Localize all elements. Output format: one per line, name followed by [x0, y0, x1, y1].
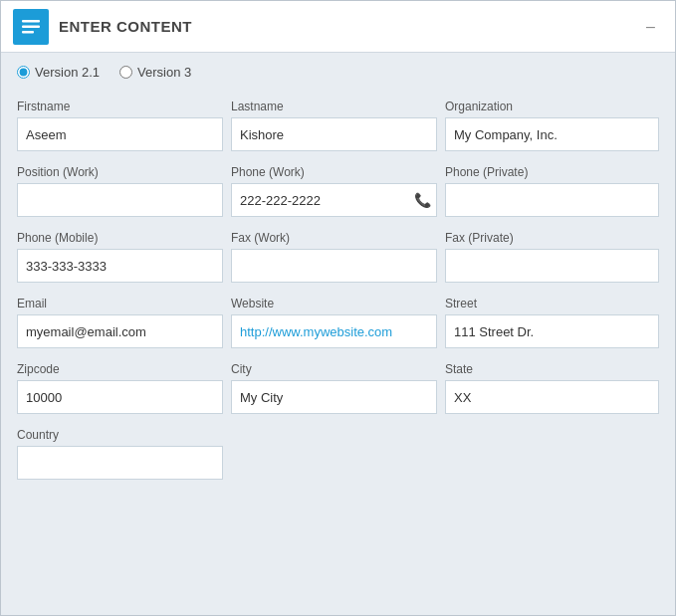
input-fax-private[interactable]	[445, 249, 659, 283]
enter-content-window: ENTER CONTENT – Version 2.1 Version 3 Fi…	[0, 0, 676, 616]
field-group-city: City	[231, 356, 445, 422]
input-phone-mobile[interactable]	[17, 249, 223, 283]
input-organization[interactable]	[445, 117, 659, 151]
field-group-zipcode: Zipcode	[17, 356, 231, 422]
field-group-website: Website	[231, 291, 445, 356]
field-group-lastname: Lastname	[231, 94, 445, 159]
version-3-option[interactable]: Version 3	[119, 65, 191, 80]
label-street: Street	[445, 297, 659, 310]
label-country: Country	[17, 428, 223, 442]
phone-icon[interactable]: 📞	[414, 192, 431, 208]
input-email[interactable]	[17, 314, 223, 348]
label-email: Email	[17, 297, 223, 310]
field-group-organization: Organization	[445, 94, 659, 159]
titlebar: ENTER CONTENT –	[1, 1, 675, 53]
input-phone-work[interactable]	[231, 183, 437, 217]
version-21-radio[interactable]	[17, 66, 30, 79]
label-website: Website	[231, 297, 437, 310]
input-country[interactable]	[17, 446, 223, 480]
input-website[interactable]	[231, 314, 437, 348]
version-21-option[interactable]: Version 2.1	[17, 65, 100, 80]
input-lastname[interactable]	[231, 117, 437, 151]
titlebar-left: ENTER CONTENT	[13, 9, 192, 45]
input-phone-private[interactable]	[445, 183, 659, 217]
version-21-label: Version 2.1	[35, 65, 100, 80]
label-position-work: Position (Work)	[17, 165, 223, 179]
label-state: State	[445, 362, 659, 376]
field-group-phone-work: Phone (Work) 📞	[231, 159, 445, 225]
field-group-position-work: Position (Work)	[17, 159, 231, 225]
form-content: Version 2.1 Version 3 Firstname Lastname…	[1, 53, 675, 615]
input-fax-work[interactable]	[231, 249, 437, 283]
window-title: ENTER CONTENT	[59, 18, 192, 35]
input-street[interactable]	[445, 314, 659, 348]
input-city[interactable]	[231, 380, 437, 414]
field-group-phone-private: Phone (Private)	[445, 159, 659, 225]
app-icon	[13, 9, 49, 45]
label-city: City	[231, 362, 437, 376]
field-group-state: State	[445, 356, 659, 422]
label-zipcode: Zipcode	[17, 362, 223, 376]
input-firstname[interactable]	[17, 117, 223, 151]
field-group-street: Street	[445, 291, 659, 356]
input-zipcode[interactable]	[17, 380, 223, 414]
field-group-phone-mobile: Phone (Mobile)	[17, 225, 231, 291]
label-lastname: Lastname	[231, 100, 437, 113]
version-3-label: Version 3	[137, 65, 191, 80]
field-group-fax-private: Fax (Private)	[445, 225, 659, 291]
field-group-country: Country	[17, 422, 231, 488]
form-grid: Firstname Lastname Organization Position…	[17, 94, 659, 488]
version-row: Version 2.1 Version 3	[17, 65, 659, 80]
label-phone-mobile: Phone (Mobile)	[17, 231, 223, 245]
field-group-fax-work: Fax (Work)	[231, 225, 445, 291]
label-phone-work: Phone (Work)	[231, 165, 437, 179]
field-group-email: Email	[17, 291, 231, 356]
input-position-work[interactable]	[17, 183, 223, 217]
field-group-firstname: Firstname	[17, 94, 231, 159]
label-fax-private: Fax (Private)	[445, 231, 659, 245]
label-phone-private: Phone (Private)	[445, 165, 659, 179]
version-3-radio[interactable]	[119, 66, 132, 79]
minimize-button[interactable]: –	[638, 14, 663, 40]
svg-rect-0	[22, 20, 40, 23]
label-fax-work: Fax (Work)	[231, 231, 437, 245]
phone-work-wrapper: 📞	[231, 183, 437, 217]
svg-rect-1	[22, 25, 40, 28]
input-state[interactable]	[445, 380, 659, 414]
label-firstname: Firstname	[17, 100, 223, 113]
svg-rect-2	[22, 31, 34, 34]
label-organization: Organization	[445, 100, 659, 113]
